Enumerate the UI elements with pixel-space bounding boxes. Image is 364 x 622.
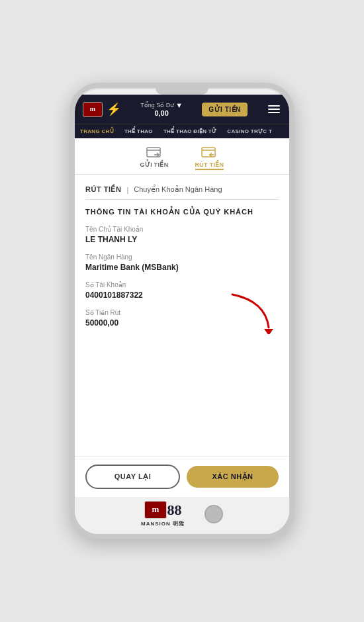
section-title-bar: RÚT TIỀN | Chuyển Khoản Ngân Hàng — [85, 185, 279, 200]
tab-deposit[interactable]: GỬI TIỀN — [140, 145, 169, 170]
nav-trang-chu[interactable]: TRANG CHỦ — [75, 124, 119, 138]
section-title-main: RÚT TIỀN — [85, 185, 121, 194]
phone-frame: m ⚡ Tổng Số Dư ▼ 0,00 GỬI TIỀN TRANG — [69, 83, 295, 539]
phone-screen: m ⚡ Tổng Số Dư ▼ 0,00 GỬI TIỀN TRANG — [75, 95, 289, 534]
logo-slash-icon: ⚡ — [107, 102, 121, 116]
svg-text:m: m — [90, 105, 96, 112]
balance-label: Tổng Số Dư — [140, 102, 174, 109]
bank-name-field: Tên Ngân Hàng Maritime Bank (MSBank) — [85, 253, 279, 272]
svg-text:m: m — [152, 504, 159, 514]
bank-name-value: Maritime Bank (MSBank) — [85, 263, 279, 272]
logo-m-icon: m — [83, 102, 103, 117]
confirm-button[interactable]: XÁC NHẬN — [187, 466, 279, 488]
header: m ⚡ Tổng Số Dư ▼ 0,00 GỬI TIỀN — [75, 95, 289, 124]
nav-casino[interactable]: CASINO TRỰC T — [222, 124, 277, 138]
section-title-sub: Chuyển Khoản Ngân Hàng — [134, 185, 222, 194]
nav-the-thao-dien-tu[interactable]: THỂ THAO ĐIỆN TỬ — [158, 124, 222, 138]
m88-m-icon: m — [144, 501, 167, 519]
header-balance: Tổng Số Dư ▼ 0,00 — [140, 101, 183, 117]
tab-withdraw-label: RÚT TIỀN — [195, 161, 224, 170]
section-divider: | — [126, 186, 128, 194]
bottom-logo: m 88 MANSION 明陞 — [141, 501, 185, 527]
home-button[interactable] — [205, 505, 223, 523]
tab-bar: GỬI TIỀN RÚT TIỀN — [75, 138, 289, 175]
deposit-icon — [145, 145, 163, 159]
tab-deposit-label: GỬI TIỀN — [140, 161, 169, 168]
m88-number: 88 — [167, 502, 182, 519]
svg-marker-8 — [264, 329, 273, 334]
main-content: RÚT TIỀN | Chuyển Khoản Ngân Hàng THÔNG … — [75, 175, 289, 456]
back-button[interactable]: QUAY LẠI — [85, 465, 180, 489]
account-name-value: LE THANH LY — [85, 235, 279, 244]
chevron-down-icon: ▼ — [175, 101, 183, 109]
nav-menu: TRANG CHỦ THỂ THAO THỂ THAO ĐIỆN TỬ CASI… — [75, 124, 289, 138]
gui-tien-button[interactable]: GỬI TIỀN — [202, 103, 247, 116]
account-name-label: Tên Chủ Tài Khoản — [85, 226, 279, 233]
header-logo: m ⚡ — [83, 102, 121, 117]
tab-withdraw[interactable]: RÚT TIỀN — [195, 145, 224, 170]
bottom-buttons: QUAY LẠI XÁC NHẬN — [75, 456, 289, 497]
m88-logo: m 88 — [144, 501, 182, 519]
mansion-label: MANSION 明陞 — [141, 520, 185, 527]
bank-name-label: Tên Ngân Hàng — [85, 253, 279, 261]
withdraw-icon — [200, 145, 218, 159]
balance-value: 0,00 — [154, 109, 168, 117]
nav-the-thao[interactable]: THỂ THAO — [119, 124, 158, 138]
red-arrow-annotation — [219, 288, 285, 334]
phone-notch — [156, 88, 208, 95]
info-section-title: THÔNG TIN TÀI KHOẢN CỦA QUÝ KHÁCH — [85, 208, 279, 216]
account-number-field: Số Tài Khoản 0400101887322 — [85, 281, 279, 300]
svg-rect-5 — [202, 148, 215, 157]
phone-bottom-bar: m 88 MANSION 明陞 — [75, 497, 289, 534]
hamburger-menu-icon[interactable] — [267, 104, 281, 114]
account-name-field: Tên Chủ Tài Khoản LE THANH LY — [85, 226, 279, 244]
